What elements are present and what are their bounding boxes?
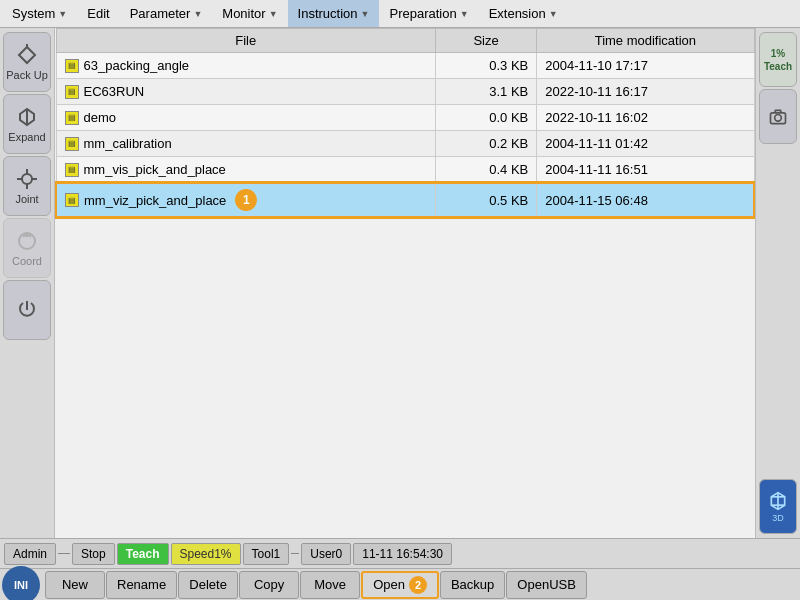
status-admin: Admin xyxy=(4,543,56,565)
menu-extension-arrow: ▼ xyxy=(549,9,558,19)
open-badge: 2 xyxy=(409,576,427,594)
right-teach-btn[interactable]: 1% Teach xyxy=(759,32,797,87)
sidebar-expand-label: Expand xyxy=(8,131,45,143)
status-stop: Stop xyxy=(72,543,115,565)
move-button[interactable]: Move xyxy=(300,571,360,599)
menu-bar: System ▼ Edit Parameter ▼ Monitor ▼ Inst… xyxy=(0,0,800,28)
menu-preparation-arrow: ▼ xyxy=(460,9,469,19)
open-button[interactable]: Open 2 xyxy=(361,571,439,599)
menu-system[interactable]: System ▼ xyxy=(2,0,77,27)
col-file: File xyxy=(56,29,435,53)
sidebar-pack-up[interactable]: Pack Up xyxy=(3,32,51,92)
menu-extension[interactable]: Extension ▼ xyxy=(479,0,568,27)
status-tool: Tool1 xyxy=(243,543,290,565)
new-button[interactable]: New xyxy=(45,571,105,599)
copy-button[interactable]: Copy xyxy=(239,571,299,599)
delete-button[interactable]: Delete xyxy=(178,571,238,599)
sidebar-coord[interactable]: Coord xyxy=(3,218,51,278)
svg-point-2 xyxy=(22,174,32,184)
openusb-button[interactable]: OpenUSB xyxy=(506,571,587,599)
file-table[interactable]: File Size Time modification ▤63_packing_… xyxy=(55,28,755,538)
menu-parameter[interactable]: Parameter ▼ xyxy=(120,0,213,27)
table-row[interactable]: ▤mm_vis_pick_and_place0.4 KB2004-11-11 1… xyxy=(56,157,754,184)
status-bar: Admin Stop Teach Speed1% Tool1 User0 11-… xyxy=(0,538,800,568)
right-camera-btn[interactable] xyxy=(759,89,797,144)
left-sidebar: Pack Up Expand Joint xyxy=(0,28,55,538)
menu-instruction-arrow: ▼ xyxy=(361,9,370,19)
right-sidebar: 1% Teach 3D xyxy=(755,28,800,538)
sidebar-coord-label: Coord xyxy=(12,255,42,267)
sidebar-expand[interactable]: Expand xyxy=(3,94,51,154)
sidebar-joint[interactable]: Joint xyxy=(3,156,51,216)
right-3d-btn[interactable]: 3D xyxy=(759,479,797,534)
table-row[interactable]: ▤EC63RUN3.1 KB2022-10-11 16:17 xyxy=(56,79,754,105)
bottom-toolbar: INI New Rename Delete Copy Move Open 2 B… xyxy=(0,568,800,600)
menu-edit[interactable]: Edit xyxy=(77,0,119,27)
svg-point-10 xyxy=(775,114,782,121)
status-speed: Speed1% xyxy=(171,543,241,565)
table-row[interactable]: ▤mm_calibration0.2 KB2004-11-11 01:42 xyxy=(56,131,754,157)
menu-parameter-arrow: ▼ xyxy=(193,9,202,19)
table-row[interactable]: ▤demo0.0 KB2022-10-11 16:02 xyxy=(56,105,754,131)
table-row[interactable]: ▤63_packing_angle0.3 KB2004-11-10 17:17 xyxy=(56,53,754,79)
ini-button[interactable]: INI xyxy=(2,566,40,601)
backup-button[interactable]: Backup xyxy=(440,571,505,599)
sidebar-pack-up-label: Pack Up xyxy=(6,69,48,81)
menu-monitor-arrow: ▼ xyxy=(269,9,278,19)
sidebar-power[interactable] xyxy=(3,280,51,340)
menu-instruction[interactable]: Instruction ▼ xyxy=(288,0,380,27)
rename-button[interactable]: Rename xyxy=(106,571,177,599)
file-list-table: File Size Time modification ▤63_packing_… xyxy=(55,28,755,218)
menu-preparation[interactable]: Preparation ▼ xyxy=(379,0,478,27)
table-row[interactable]: ▤mm_viz_pick_and_place10.5 KB2004-11-15 … xyxy=(56,183,754,217)
status-teach: Teach xyxy=(117,543,169,565)
status-time: 11-11 16:54:30 xyxy=(353,543,452,565)
status-user: User0 xyxy=(301,543,351,565)
content-area: File Size Time modification ▤63_packing_… xyxy=(55,28,755,538)
menu-system-arrow: ▼ xyxy=(58,9,67,19)
teach-percent: 1% xyxy=(771,48,785,59)
sidebar-joint-label: Joint xyxy=(15,193,38,205)
teach-label: Teach xyxy=(764,61,792,72)
row-number-badge: 1 xyxy=(235,189,257,211)
col-size: Size xyxy=(435,29,536,53)
menu-monitor[interactable]: Monitor ▼ xyxy=(212,0,287,27)
main-layout: Pack Up Expand Joint xyxy=(0,28,800,538)
col-time: Time modification xyxy=(537,29,754,53)
